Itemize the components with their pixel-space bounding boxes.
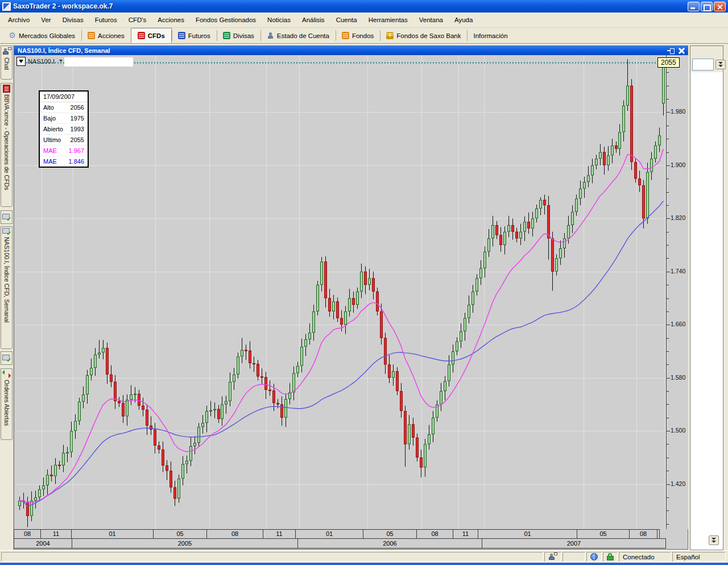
tab-label: Estado de Cuenta xyxy=(277,32,329,39)
price-axis-label: 1.660 xyxy=(671,321,685,327)
date-axis-month-cell: 08 xyxy=(416,529,453,539)
double-chevron-icon xyxy=(712,538,716,540)
price-tick xyxy=(667,444,669,444)
date-axis[interactable]: 08110105081101050811010508 2004200520062… xyxy=(14,529,668,549)
date-axis-month-cell: 08 xyxy=(629,529,657,539)
tooltip-row-alto-2056: Alto2056 xyxy=(40,102,88,113)
tab-label: Fondos de Saxo Bank xyxy=(396,32,461,39)
tab-futuros[interactable]: Futuros xyxy=(172,28,217,43)
language-indicator[interactable]: Español xyxy=(672,552,726,562)
tooltip-row-mae-1-846: MAE1.846 xyxy=(40,156,88,167)
tab-label: CFDs xyxy=(148,32,165,39)
menu-item-acciones[interactable]: Acciones xyxy=(152,14,190,26)
price-tick xyxy=(667,165,670,166)
price-tick xyxy=(667,431,670,431)
menu-item-fondos-gestionados[interactable]: Fondos Gestionados xyxy=(190,14,262,26)
restore-button[interactable] xyxy=(701,2,713,11)
price-tick xyxy=(667,391,669,392)
price-tick xyxy=(667,418,669,418)
expand-bottom-button[interactable] xyxy=(709,535,719,545)
tab-estado-de-cuenta[interactable]: Estado de Cuenta xyxy=(260,28,336,43)
chat-person-icon xyxy=(2,47,11,56)
current-price-label: 2055 xyxy=(657,57,680,68)
price-tick xyxy=(667,258,669,259)
tab-informacion[interactable]: Información xyxy=(467,28,514,43)
right-watchlist-panel xyxy=(690,45,723,550)
tab-fondos[interactable]: Fondos xyxy=(336,28,380,43)
price-tick xyxy=(667,524,669,525)
tab-label: Información xyxy=(473,32,507,39)
menu-item-ventana[interactable]: Ventana xyxy=(413,14,449,26)
close-button[interactable] xyxy=(714,2,726,11)
date-axis-month-cell: 01 xyxy=(71,529,154,539)
date-axis-year-cell: 2004 xyxy=(14,538,72,549)
price-tick xyxy=(667,298,669,299)
tab-mercados-globales[interactable]: ⚙Mercados Globales xyxy=(2,28,81,43)
date-axis-month-cell: 05 xyxy=(577,529,630,539)
menu-item-archivo[interactable]: Archivo xyxy=(2,14,35,26)
sidebar-item-label: NAS100.I, Índice CFD, Semanal xyxy=(3,237,10,323)
tab-cfds[interactable]: CFDs xyxy=(131,28,172,43)
price-axis-label: 1.420 xyxy=(671,480,685,487)
tab-label: Fondos xyxy=(352,32,374,39)
dock-button-chart[interactable]: ✔ xyxy=(1,351,13,365)
price-tick xyxy=(667,112,670,113)
price-tick xyxy=(667,245,669,246)
tab-divisas[interactable]: Divisas xyxy=(217,28,260,43)
close-icon[interactable] xyxy=(679,48,684,53)
chart-monitor-icon: ✔ xyxy=(2,214,11,221)
status-bar: Conectado Español xyxy=(0,550,728,563)
tab-fondos-de-saxo-bank[interactable]: Fondos de Saxo Bank xyxy=(380,28,467,43)
sidebar-item-ordenes-abiertas[interactable]: Ordenes Abiertas xyxy=(1,368,13,440)
date-axis-month-cell: 08 xyxy=(14,529,41,539)
symbol-edit-box[interactable] xyxy=(64,57,133,67)
menu-item-cfd-s[interactable]: CFD's xyxy=(123,14,152,26)
tab-label: Futuros xyxy=(188,32,210,39)
candlestick-chart-canvas[interactable] xyxy=(16,55,666,529)
menu-item-cuenta[interactable]: Cuenta xyxy=(330,14,363,26)
tooltip-label: Alto xyxy=(43,104,54,111)
symbol-caret-icon[interactable] xyxy=(59,60,63,62)
status-security-cell[interactable] xyxy=(603,552,618,562)
app-icon xyxy=(2,2,11,11)
tooltip-row-ultimo-2055: Ultimo2055 xyxy=(40,135,88,146)
minimize-button[interactable] xyxy=(688,2,700,11)
menu-item-ver[interactable]: Ver xyxy=(35,14,56,26)
price-axis-label: 1.980 xyxy=(671,108,685,115)
tooltip-value: 2055 xyxy=(71,136,84,143)
price-tick xyxy=(667,404,669,405)
gear-icon: ⚙ xyxy=(9,32,16,39)
chart-window-titlebar[interactable]: NAS100.I, Índice CFD, Semanal xyxy=(14,46,688,55)
chart-window: NAS100.I, Índice CFD, Semanal NAS100.I 1… xyxy=(14,45,688,550)
menu-item-futuros[interactable]: Futuros xyxy=(89,14,123,26)
menu-item-analisis[interactable]: Análisis xyxy=(296,14,330,26)
price-tick xyxy=(667,285,669,285)
menu-item-ayuda[interactable]: Ayuda xyxy=(449,14,478,26)
double-chevron-icon xyxy=(718,62,723,64)
sidebar-item-chat[interactable]: Chat xyxy=(1,45,13,80)
menu-item-noticias[interactable]: Noticias xyxy=(262,14,296,26)
symbol-selector[interactable]: NAS100.I xyxy=(28,58,55,65)
price-tick xyxy=(667,484,670,485)
chat-person-icon xyxy=(548,552,557,561)
status-network-cell[interactable] xyxy=(586,552,602,562)
lock-icon xyxy=(607,553,614,560)
pin-icon[interactable] xyxy=(667,48,674,53)
tab-acciones[interactable]: Acciones xyxy=(81,28,131,43)
menu-item-divisas[interactable]: Divisas xyxy=(57,14,89,26)
sidebar-item-nas100-i[interactable]: ✔NAS100.I, Índice CFD, Semanal xyxy=(1,226,13,349)
price-axis-label: 1.580 xyxy=(671,374,685,381)
gold-cross-icon xyxy=(386,32,394,39)
price-axis-label: 1.740 xyxy=(671,268,685,275)
expand-top-button[interactable] xyxy=(715,60,726,69)
sidebar-item-bbva-xmce-operaciones-de-cfds[interactable]: BBVA:xmce - Operaciones de CFDs xyxy=(1,83,13,207)
chart-dropdown-button[interactable] xyxy=(16,57,26,66)
price-axis[interactable]: 1.9801.9001.8201.7401.6601.5801.5001.420 xyxy=(666,55,688,529)
dock-button-chart[interactable]: ✔ xyxy=(1,210,13,224)
price-tick xyxy=(667,497,669,498)
status-message-cell xyxy=(1,552,543,562)
menu-item-herramientas[interactable]: Herramientas xyxy=(363,14,413,26)
status-empty-cell xyxy=(562,552,585,562)
right-panel-input[interactable] xyxy=(692,59,714,70)
status-chat-cell[interactable] xyxy=(544,552,561,562)
